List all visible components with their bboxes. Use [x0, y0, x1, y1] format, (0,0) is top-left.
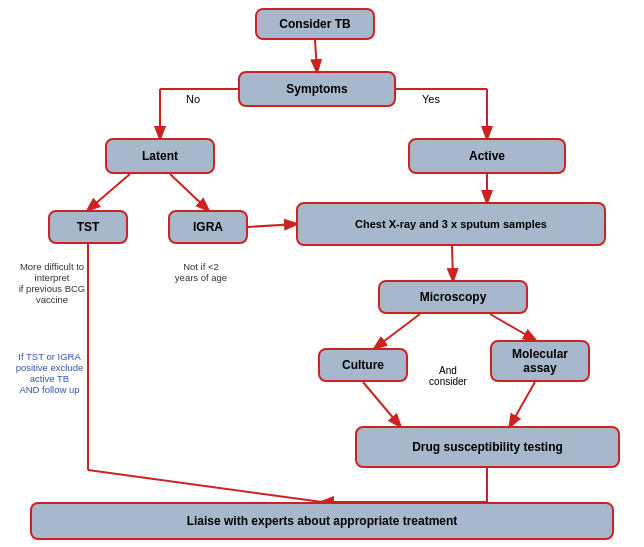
svg-line-7 [248, 224, 296, 227]
no-label: No [178, 93, 208, 105]
svg-line-11 [490, 314, 535, 340]
svg-line-5 [88, 174, 130, 210]
svg-line-10 [375, 314, 420, 348]
svg-line-6 [170, 174, 208, 210]
molecular-node: Molecular assay [490, 340, 590, 382]
drug-node: Drug susceptibility testing [355, 426, 620, 468]
and-consider-label: And consider [414, 354, 482, 387]
svg-line-17 [88, 470, 322, 502]
svg-line-9 [452, 246, 453, 280]
culture-node: Culture [318, 348, 408, 382]
not-if-label: Not if <2 years of age [160, 250, 242, 283]
igra-node: IGRA [168, 210, 248, 244]
diagram: Consider TB Symptoms Latent Active TST I… [0, 0, 644, 547]
microscopy-node: Microscopy [378, 280, 528, 314]
yes-label: Yes [416, 93, 446, 105]
chest-node: Chest X-ray and 3 x sputum samples [296, 202, 606, 246]
symptoms-node: Symptoms [238, 71, 396, 107]
tst-node: TST [48, 210, 128, 244]
consider-tb-node: Consider TB [255, 8, 375, 40]
liaise-node: Liaise with experts about appropriate tr… [30, 502, 614, 540]
if-tst-label: If TST or IGRA positive exclude active T… [2, 340, 97, 395]
active-node: Active [408, 138, 566, 174]
latent-node: Latent [105, 138, 215, 174]
svg-line-13 [510, 382, 535, 426]
more-difficult-label: More difficult to interpret if previous … [2, 250, 102, 305]
svg-line-0 [315, 40, 317, 71]
svg-line-12 [363, 382, 400, 426]
